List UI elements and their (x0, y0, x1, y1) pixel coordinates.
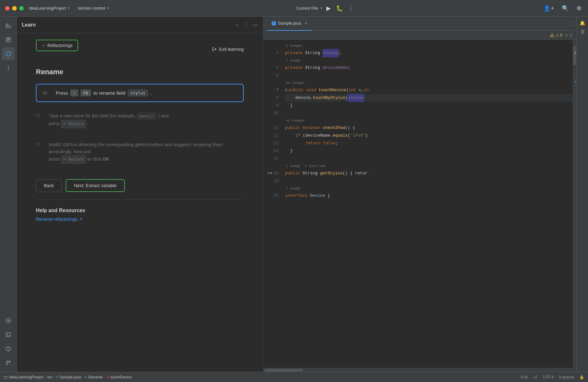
section-title: Rename (36, 68, 244, 76)
code-tabs-more-button[interactable]: ⋮ (568, 21, 573, 26)
learn-back-button[interactable]: ← (235, 22, 240, 28)
code-scrollbar[interactable] (573, 40, 576, 368)
meta-no-usages-11: no usages (285, 117, 573, 124)
indent[interactable]: 4 spaces (559, 375, 574, 379)
code-tab-name: Sample.java (278, 21, 301, 26)
code-tab-sample-java[interactable]: © Sample.java ✕ (267, 17, 312, 31)
maximize-button[interactable] (19, 6, 24, 11)
code-content[interactable]: 2 usages private String stylus ; 1 usage… (282, 40, 573, 368)
line-separator[interactable]: LF (533, 375, 538, 379)
code-tabs: © Sample.java ✕ ⋮ (263, 17, 576, 31)
svg-point-19 (552, 36, 552, 36)
horizontal-scrollbar-thumb[interactable] (265, 369, 303, 371)
code-tab-close-button[interactable]: ✕ (304, 21, 307, 26)
learn-close-button[interactable]: — (253, 22, 258, 28)
step-2-number: 02 (36, 113, 45, 118)
step-1-number: 01 (43, 91, 52, 95)
code-line-14: } (285, 147, 573, 155)
step-1-text-rename: to rename field (94, 90, 125, 96)
traffic-lights (5, 6, 24, 11)
notifications-button[interactable]: 🔔 (578, 19, 586, 27)
cursor-position[interactable]: 8:30 (521, 375, 528, 379)
debug-button[interactable]: 🐛 (335, 4, 344, 13)
learn-panel: Learn ← ⋮ — ← Refactorings Exit learning… (17, 17, 263, 372)
sidebar-item-problems[interactable] (2, 342, 15, 355)
step-3-number: 03 (36, 142, 45, 147)
step-2-code-pencil: pencil (137, 113, 157, 119)
line-num-9: 9 (263, 102, 279, 109)
help-title: Help and Resources (36, 208, 244, 213)
line-num-4: 4 (263, 49, 279, 57)
learn-panel-title: Learn (22, 22, 36, 28)
code-panel: © Sample.java ✕ ⋮ ⚠ 6 ∧ ∨ (263, 17, 576, 372)
step-1-content: Press ⇧ F6 to rename field stylus . (56, 90, 152, 96)
code-line-7: @ public void touchDevice ( int x , in … (285, 86, 573, 94)
breadcrumb-sep-1: › (45, 375, 46, 379)
breadcrumb-file: © Sample.java (56, 375, 81, 379)
scrollbar-marker-3 (575, 81, 576, 82)
learn-menu-button[interactable]: ⋮ (244, 22, 249, 28)
lock-icon[interactable]: 🔒 (579, 375, 584, 379)
code-line-5: private String deviceName ; (285, 64, 573, 72)
code-gutter: 4 5 6 7 8 9 10 11 12 13 14 15 (263, 40, 282, 368)
project-selector[interactable]: IdeaLearningProject ▾ (29, 6, 70, 11)
line-num-15: 15 (263, 155, 279, 163)
settings-button[interactable]: ⚙ (575, 4, 583, 13)
encoding[interactable]: UTF-8 (543, 375, 554, 379)
java-icon: © (272, 21, 276, 26)
sidebar-item-git[interactable] (2, 356, 15, 369)
sidebar-more-button[interactable] (2, 61, 15, 74)
main-layout: Learn ← ⋮ — ← Refactorings Exit learning… (0, 17, 588, 372)
version-control-label: Version control (78, 6, 105, 11)
database-button[interactable]: 🗄 (579, 28, 586, 36)
sidebar-item-structure[interactable] (2, 33, 15, 46)
sidebar-item-learn[interactable] (2, 47, 15, 60)
breadcrumb-sep-3: › (82, 375, 84, 379)
run-button[interactable]: ▶ (325, 4, 332, 13)
sidebar-item-project[interactable] (2, 19, 15, 32)
next-button[interactable]: Next: Extract variable (66, 179, 125, 192)
meta-usages-16: 1 usage 1 override (285, 163, 573, 170)
step-2-period: . (87, 121, 89, 126)
exit-learning-button[interactable]: Exit learning (212, 47, 244, 52)
line-num-5: 5 (263, 64, 279, 72)
breadcrumb-method: m touchDevice (107, 375, 132, 379)
run-selector[interactable]: Current File ▾ ▶ 🐛 ⋮ (109, 4, 542, 13)
sidebar-item-run[interactable] (2, 314, 15, 327)
breadcrumb-src: src (47, 375, 52, 379)
content-divider (36, 200, 244, 200)
help-link[interactable]: Rename refactorings ↗ (36, 217, 83, 222)
titlebar-right-actions: 👤+ 🔍 ⚙ (542, 4, 583, 13)
add-profile-button[interactable]: 👤+ (542, 4, 555, 13)
line-num-19: 19 (263, 177, 279, 185)
refactorings-button[interactable]: ← Refactorings (36, 40, 78, 51)
more-run-button[interactable]: ⋮ (347, 4, 355, 13)
minimize-button[interactable] (12, 6, 17, 11)
prev-warning-button[interactable]: ∧ (565, 33, 568, 37)
line-num-20: 20 (263, 192, 279, 200)
kbd-return-3: ↩ Return (61, 155, 86, 164)
titlebar: IdeaLearningProject ▾ Version control ▾ … (0, 0, 588, 17)
learn-header-actions: ← ⋮ — (235, 22, 258, 28)
status-right: 8:30 LF UTF-8 4 spaces 🔒 (521, 375, 584, 379)
version-control-selector[interactable]: Version control ▾ (78, 6, 109, 11)
line-num-7: 7 (263, 86, 279, 94)
svg-point-16 (6, 363, 8, 365)
scrollbar-marker-2 (575, 62, 576, 63)
search-button[interactable]: 🔍 (560, 4, 570, 13)
line-num-13: 13 (263, 139, 279, 147)
breadcrumb-sep-4: › (104, 375, 105, 379)
close-button[interactable] (5, 6, 10, 11)
next-warning-button[interactable]: ∨ (569, 33, 573, 37)
horizontal-scrollbar[interactable] (263, 368, 576, 372)
meta-usages-20: 1 usage (285, 185, 573, 192)
back-button[interactable]: Back (36, 179, 62, 192)
line-num-14: 14 (263, 147, 279, 155)
sidebar-item-terminal[interactable] (2, 328, 15, 341)
status-bar: IdeaLearningProject › src › © Sample.jav… (0, 372, 588, 382)
code-line-12: if (deviceName. equals ( "iPad" ) (285, 132, 573, 139)
line-num-11: 11 (263, 124, 279, 132)
refactorings-label: ← Refactorings (42, 43, 72, 48)
step-2-content: Type a new name for this field (for exam… (49, 112, 168, 128)
svg-rect-3 (7, 38, 10, 39)
